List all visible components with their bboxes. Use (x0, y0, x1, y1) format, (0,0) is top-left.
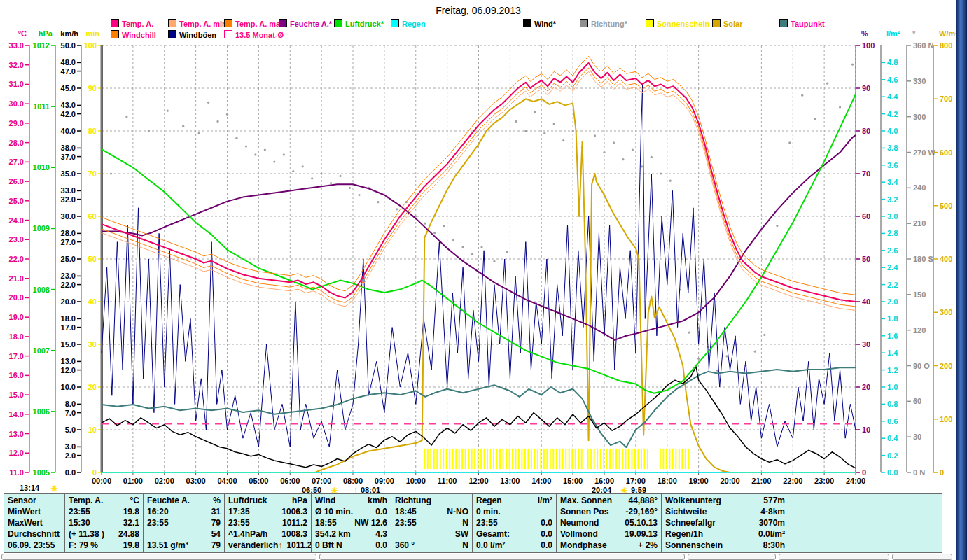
table-cell-label: Wolkenunterg (665, 495, 721, 506)
svg-text:20: 20 (88, 383, 97, 391)
svg-text:3.0: 3.0 (65, 442, 76, 451)
svg-text:7.0: 7.0 (65, 409, 76, 417)
series-temp_min (102, 71, 856, 310)
svg-text:20: 20 (862, 383, 870, 391)
row-label: Durchschnitt (8, 528, 60, 540)
table-cell-value: 19.09.13 (625, 528, 658, 540)
svg-text:4.8: 4.8 (887, 58, 898, 66)
svg-text:32.0: 32.0 (9, 61, 24, 69)
table-cell-label: 13.51 g/m³ (147, 540, 188, 551)
svg-text:10: 10 (862, 426, 870, 434)
svg-text:00:00: 00:00 (92, 477, 111, 485)
svg-text:120: 120 (913, 326, 926, 335)
svg-text:3.6: 3.6 (887, 161, 898, 169)
table-cell-label: Max. Sonnen (560, 495, 612, 506)
table-column-sensor: SensorMinWertMaxWertDurchschnitt06.09. 2… (4, 494, 64, 552)
svg-text:24:00: 24:00 (846, 477, 865, 485)
svg-text:12.0: 12.0 (61, 366, 76, 374)
row-label: MaxWert (8, 517, 43, 528)
table-cell-label: Vollmond (560, 528, 598, 540)
svg-text:100: 100 (862, 41, 875, 50)
table-cell-value: 31 (211, 506, 221, 517)
table-cell-value: 1008.3 (281, 528, 307, 540)
column-unit: l/m² (538, 495, 552, 506)
svg-text:24.0: 24.0 (9, 216, 24, 225)
svg-text:19:00: 19:00 (689, 477, 709, 485)
svg-text:100: 100 (84, 41, 97, 50)
table-cell-value: 05.10.13 (625, 517, 658, 528)
svg-text:1.0: 1.0 (887, 383, 898, 391)
svg-text:2.8: 2.8 (887, 229, 898, 237)
column-header: Wind (315, 495, 335, 506)
table-column-3: Windkm/hØ 10 min.0.018:55NW 12.6354.2 km… (311, 494, 391, 552)
statusbar-panel-1 (319, 554, 685, 560)
table-column-1: Feuchte A.%16:203123:55795413.51 g/m³79 (143, 494, 224, 552)
svg-text:80: 80 (88, 127, 97, 135)
table-cell-label: Mondphase (560, 540, 607, 551)
svg-text:18:00: 18:00 (658, 477, 677, 485)
svg-text:60: 60 (862, 212, 870, 220)
svg-text:48.0: 48.0 (61, 58, 76, 66)
table-cell-label: 23:55 (147, 517, 169, 528)
svg-text:300: 300 (940, 308, 952, 316)
table-cell-value: 0.0l/m² (758, 528, 785, 540)
svg-text:4.6: 4.6 (887, 76, 898, 84)
svg-text:0.0: 0.0 (65, 468, 76, 477)
svg-text:04:00: 04:00 (217, 477, 237, 485)
grid (102, 46, 856, 472)
svg-text:33.0: 33.0 (61, 186, 76, 195)
table-cell-label: 23:55 (476, 517, 498, 528)
svg-text:31.0: 31.0 (9, 80, 24, 88)
table-filler (788, 494, 942, 552)
svg-text:0.0: 0.0 (887, 468, 898, 477)
svg-text:16:00: 16:00 (594, 477, 614, 485)
svg-text:4.0: 4.0 (887, 127, 898, 135)
svg-text:210: 210 (913, 219, 926, 227)
svg-text:23.0: 23.0 (9, 235, 24, 244)
svg-text:5.0: 5.0 (65, 426, 76, 434)
table-cell-label: 23:55 (69, 506, 90, 517)
svg-text:90: 90 (862, 84, 870, 92)
svg-text:02:00: 02:00 (155, 477, 174, 485)
svg-text:28.0: 28.0 (9, 139, 24, 147)
svg-text:18.0: 18.0 (61, 314, 76, 323)
table-cell-label: 354.2 km (315, 528, 351, 540)
svg-text:21:00: 21:00 (751, 477, 771, 485)
table-column-6: Max. Sonnen44,888°Sonnen Pos-29,169°Neum… (556, 494, 661, 552)
svg-text:0: 0 (92, 468, 97, 477)
svg-text:30: 30 (88, 340, 97, 349)
svg-text:10: 10 (88, 426, 97, 434)
column-header: Luftdruck (228, 495, 267, 506)
svg-text:27.0: 27.0 (9, 158, 24, 166)
svg-text:30: 30 (862, 340, 870, 349)
svg-text:100: 100 (940, 415, 952, 424)
svg-text:200: 200 (940, 362, 952, 370)
table-cell-value: 0.0 (541, 517, 552, 528)
table-cell-label: F: 79 % (69, 540, 98, 551)
table-cell-label: 0 min. (476, 506, 501, 517)
svg-text:600: 600 (940, 148, 952, 157)
series-windchill (102, 68, 856, 307)
svg-text:47.0: 47.0 (61, 67, 76, 76)
table-cell-label: (+ 11.38 ) (69, 528, 104, 540)
table-cell-label: Sichtweite (665, 506, 707, 517)
table-cell-label: ^1.4hPa/h (228, 528, 267, 540)
svg-text:09:00: 09:00 (375, 477, 394, 485)
column-header: Regen (476, 495, 502, 506)
svg-text:0: 0 (862, 468, 866, 477)
svg-text:500: 500 (940, 202, 952, 210)
table-cell-value: 1011.2 (286, 540, 311, 551)
svg-text:1006: 1006 (33, 407, 50, 416)
svg-text:50.0: 50.0 (61, 41, 76, 50)
svg-text:12.0: 12.0 (9, 449, 24, 457)
svg-text:3.0: 3.0 (887, 212, 898, 220)
svg-text:43.0: 43.0 (61, 101, 76, 109)
svg-text:0.8: 0.8 (887, 400, 898, 408)
svg-text:12:00: 12:00 (468, 477, 488, 485)
table-cell-value: 0.0 (375, 506, 387, 517)
row-label: MinWert (8, 506, 41, 517)
column-header: Richtung (395, 495, 431, 506)
svg-text:°: ° (912, 29, 915, 38)
svg-text:17:00: 17:00 (626, 477, 646, 485)
annotation-text: 08:01 (361, 486, 380, 493)
